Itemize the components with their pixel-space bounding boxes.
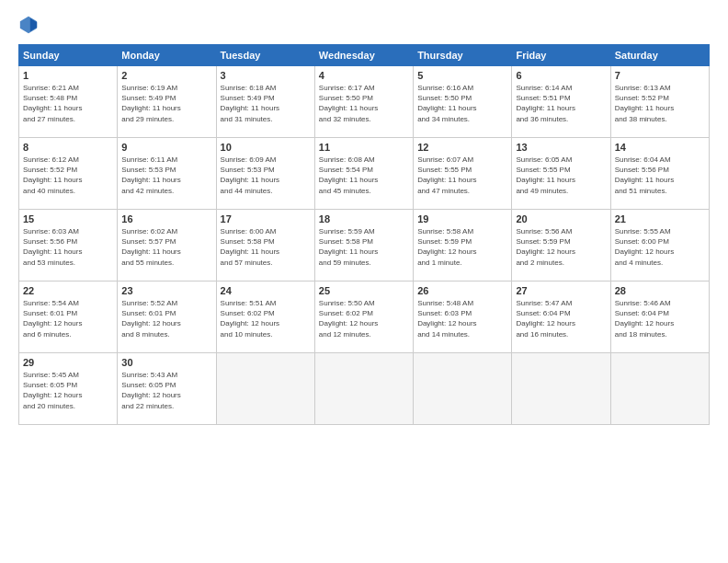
calendar-cell: 28Sunrise: 5:46 AM Sunset: 6:04 PM Dayli… xyxy=(610,282,709,353)
calendar-cell xyxy=(610,353,709,425)
day-number: 1 xyxy=(23,70,113,81)
calendar-cell: 19Sunrise: 5:58 AM Sunset: 5:59 PM Dayli… xyxy=(414,210,512,282)
calendar-cell: 9Sunrise: 6:11 AM Sunset: 5:53 PM Daylig… xyxy=(118,138,216,210)
calendar-cell: 4Sunrise: 6:17 AM Sunset: 5:50 PM Daylig… xyxy=(314,66,413,138)
day-number: 20 xyxy=(516,213,606,224)
day-info: Sunrise: 6:07 AM Sunset: 5:55 PM Dayligh… xyxy=(417,155,507,196)
day-number: 3 xyxy=(221,70,311,81)
calendar-cell: 2Sunrise: 6:19 AM Sunset: 5:49 PM Daylig… xyxy=(118,66,216,138)
calendar-cell: 22Sunrise: 5:54 AM Sunset: 6:01 PM Dayli… xyxy=(19,282,118,353)
calendar-cell: 30Sunrise: 5:43 AM Sunset: 6:05 PM Dayli… xyxy=(118,353,216,425)
col-header-friday: Friday xyxy=(512,45,610,66)
page-header xyxy=(18,15,710,35)
calendar-cell: 13Sunrise: 6:05 AM Sunset: 5:55 PM Dayli… xyxy=(512,138,610,210)
calendar-cell: 16Sunrise: 6:02 AM Sunset: 5:57 PM Dayli… xyxy=(118,210,216,282)
day-number: 16 xyxy=(121,213,211,224)
day-number: 2 xyxy=(121,70,211,81)
day-info: Sunrise: 6:08 AM Sunset: 5:54 PM Dayligh… xyxy=(319,155,409,196)
calendar-cell: 15Sunrise: 6:03 AM Sunset: 5:56 PM Dayli… xyxy=(19,210,118,282)
calendar-cell: 20Sunrise: 5:56 AM Sunset: 5:59 PM Dayli… xyxy=(512,210,610,282)
col-header-thursday: Thursday xyxy=(414,45,512,66)
day-info: Sunrise: 6:09 AM Sunset: 5:53 PM Dayligh… xyxy=(221,155,311,196)
day-info: Sunrise: 6:02 AM Sunset: 5:57 PM Dayligh… xyxy=(121,226,211,268)
calendar-cell: 24Sunrise: 5:51 AM Sunset: 6:02 PM Dayli… xyxy=(216,282,314,353)
day-info: Sunrise: 5:52 AM Sunset: 6:01 PM Dayligh… xyxy=(121,298,211,339)
calendar-cell: 14Sunrise: 6:04 AM Sunset: 5:56 PM Dayli… xyxy=(610,138,709,210)
day-number: 11 xyxy=(319,142,409,153)
calendar-cell: 12Sunrise: 6:07 AM Sunset: 5:55 PM Dayli… xyxy=(414,138,512,210)
day-info: Sunrise: 6:11 AM Sunset: 5:53 PM Dayligh… xyxy=(121,155,211,196)
calendar-cell xyxy=(216,353,314,425)
calendar-cell xyxy=(414,353,512,425)
calendar-cell: 5Sunrise: 6:16 AM Sunset: 5:50 PM Daylig… xyxy=(414,66,512,138)
calendar-cell: 29Sunrise: 5:45 AM Sunset: 6:05 PM Dayli… xyxy=(19,353,118,425)
calendar-cell xyxy=(314,353,413,425)
logo-icon xyxy=(18,15,39,35)
day-number: 5 xyxy=(417,70,507,81)
day-info: Sunrise: 6:21 AM Sunset: 5:48 PM Dayligh… xyxy=(23,83,113,124)
day-number: 10 xyxy=(221,142,311,153)
day-number: 21 xyxy=(615,213,705,224)
day-number: 30 xyxy=(121,357,211,368)
calendar-cell: 1Sunrise: 6:21 AM Sunset: 5:48 PM Daylig… xyxy=(19,66,118,138)
col-header-saturday: Saturday xyxy=(610,45,709,66)
day-info: Sunrise: 6:16 AM Sunset: 5:50 PM Dayligh… xyxy=(417,83,507,124)
logo xyxy=(18,15,42,35)
day-number: 13 xyxy=(516,142,606,153)
day-info: Sunrise: 5:54 AM Sunset: 6:01 PM Dayligh… xyxy=(23,298,113,339)
day-number: 23 xyxy=(121,285,211,296)
day-number: 14 xyxy=(615,142,705,153)
day-number: 28 xyxy=(615,285,705,296)
day-number: 6 xyxy=(516,70,606,81)
day-number: 4 xyxy=(319,70,409,81)
day-info: Sunrise: 5:47 AM Sunset: 6:04 PM Dayligh… xyxy=(516,298,606,339)
day-number: 22 xyxy=(23,285,113,296)
day-info: Sunrise: 5:51 AM Sunset: 6:02 PM Dayligh… xyxy=(221,298,311,339)
day-info: Sunrise: 6:14 AM Sunset: 5:51 PM Dayligh… xyxy=(516,83,606,124)
day-info: Sunrise: 5:50 AM Sunset: 6:02 PM Dayligh… xyxy=(319,298,409,339)
day-info: Sunrise: 6:13 AM Sunset: 5:52 PM Dayligh… xyxy=(615,83,705,124)
day-info: Sunrise: 5:45 AM Sunset: 6:05 PM Dayligh… xyxy=(23,370,113,411)
day-info: Sunrise: 5:56 AM Sunset: 5:59 PM Dayligh… xyxy=(516,226,606,268)
day-number: 12 xyxy=(417,142,507,153)
day-number: 7 xyxy=(615,70,705,81)
day-info: Sunrise: 5:59 AM Sunset: 5:58 PM Dayligh… xyxy=(319,226,409,268)
day-info: Sunrise: 5:58 AM Sunset: 5:59 PM Dayligh… xyxy=(417,226,507,268)
day-info: Sunrise: 6:18 AM Sunset: 5:49 PM Dayligh… xyxy=(221,83,311,124)
day-info: Sunrise: 6:03 AM Sunset: 5:56 PM Dayligh… xyxy=(23,226,113,268)
calendar-cell: 17Sunrise: 6:00 AM Sunset: 5:58 PM Dayli… xyxy=(216,210,314,282)
day-number: 19 xyxy=(417,213,507,224)
day-info: Sunrise: 6:00 AM Sunset: 5:58 PM Dayligh… xyxy=(221,226,311,268)
col-header-monday: Monday xyxy=(118,45,216,66)
calendar-cell: 3Sunrise: 6:18 AM Sunset: 5:49 PM Daylig… xyxy=(216,66,314,138)
col-header-tuesday: Tuesday xyxy=(216,45,314,66)
day-number: 17 xyxy=(221,213,311,224)
calendar-cell: 23Sunrise: 5:52 AM Sunset: 6:01 PM Dayli… xyxy=(118,282,216,353)
calendar-cell: 26Sunrise: 5:48 AM Sunset: 6:03 PM Dayli… xyxy=(414,282,512,353)
calendar-cell: 6Sunrise: 6:14 AM Sunset: 5:51 PM Daylig… xyxy=(512,66,610,138)
day-number: 25 xyxy=(319,285,409,296)
day-number: 18 xyxy=(319,213,409,224)
calendar-cell: 25Sunrise: 5:50 AM Sunset: 6:02 PM Dayli… xyxy=(314,282,413,353)
day-number: 8 xyxy=(23,142,113,153)
calendar-cell: 8Sunrise: 6:12 AM Sunset: 5:52 PM Daylig… xyxy=(19,138,118,210)
calendar-cell: 27Sunrise: 5:47 AM Sunset: 6:04 PM Dayli… xyxy=(512,282,610,353)
calendar-cell: 7Sunrise: 6:13 AM Sunset: 5:52 PM Daylig… xyxy=(610,66,709,138)
day-info: Sunrise: 6:12 AM Sunset: 5:52 PM Dayligh… xyxy=(23,155,113,196)
col-header-wednesday: Wednesday xyxy=(314,45,413,66)
col-header-sunday: Sunday xyxy=(19,45,118,66)
day-info: Sunrise: 6:04 AM Sunset: 5:56 PM Dayligh… xyxy=(615,155,705,196)
day-info: Sunrise: 6:19 AM Sunset: 5:49 PM Dayligh… xyxy=(121,83,211,124)
day-number: 9 xyxy=(121,142,211,153)
calendar-cell: 11Sunrise: 6:08 AM Sunset: 5:54 PM Dayli… xyxy=(314,138,413,210)
calendar-table: SundayMondayTuesdayWednesdayThursdayFrid… xyxy=(18,44,710,425)
day-info: Sunrise: 6:17 AM Sunset: 5:50 PM Dayligh… xyxy=(319,83,409,124)
day-info: Sunrise: 5:46 AM Sunset: 6:04 PM Dayligh… xyxy=(615,298,705,339)
calendar-cell: 21Sunrise: 5:55 AM Sunset: 6:00 PM Dayli… xyxy=(610,210,709,282)
day-info: Sunrise: 5:48 AM Sunset: 6:03 PM Dayligh… xyxy=(417,298,507,339)
day-info: Sunrise: 6:05 AM Sunset: 5:55 PM Dayligh… xyxy=(516,155,606,196)
day-number: 27 xyxy=(516,285,606,296)
day-number: 24 xyxy=(221,285,311,296)
calendar-cell: 18Sunrise: 5:59 AM Sunset: 5:58 PM Dayli… xyxy=(314,210,413,282)
day-info: Sunrise: 5:55 AM Sunset: 6:00 PM Dayligh… xyxy=(615,226,705,268)
